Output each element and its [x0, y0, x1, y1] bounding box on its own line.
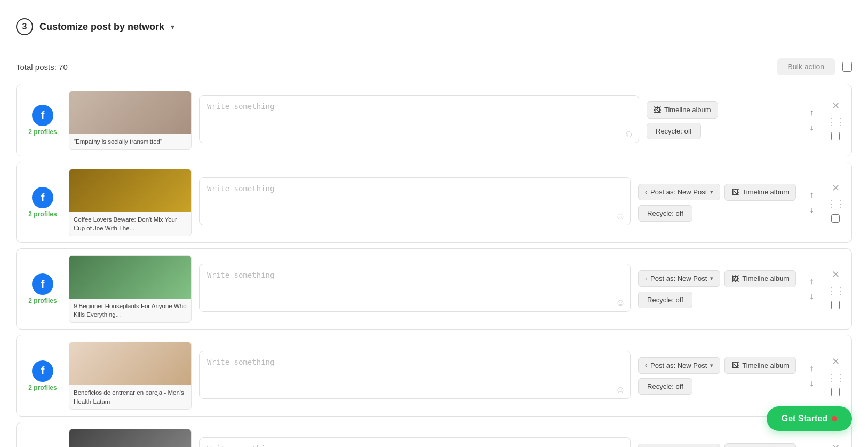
write-input[interactable]: [199, 351, 631, 399]
album-icon: 🖼: [654, 106, 661, 114]
timeline-album-button[interactable]: 🖼 Timeline album: [724, 184, 796, 201]
write-input[interactable]: [199, 177, 631, 225]
album-icon: 🖼: [731, 188, 739, 197]
options-row-bottom: Recycle: off: [647, 123, 796, 139]
drag-handle[interactable]: ⋮⋮: [827, 285, 844, 296]
post-as-label: Post as: New Post: [650, 275, 707, 283]
emoji-button[interactable]: ☺: [624, 129, 634, 140]
write-area[interactable]: ☺: [199, 351, 631, 401]
post-row: f 2 profiles "Empathy is socially transm…: [16, 84, 852, 156]
post-as-button[interactable]: ‹ Post as: New Post ▾: [638, 184, 720, 200]
post-as-button[interactable]: ‹ Post as: New Post ▾: [638, 357, 720, 374]
post-row: f 2 profiles Beneficios de entrenar en p…: [16, 335, 852, 416]
posts-list: f 2 profiles "Empathy is socially transm…: [16, 84, 852, 447]
close-button[interactable]: ✕: [832, 356, 840, 367]
row-side-actions: ✕ ⋮⋮: [827, 182, 844, 223]
move-down-button[interactable]: ↓: [808, 378, 815, 389]
profile-section: f 2 profiles: [24, 360, 61, 391]
timeline-album-button[interactable]: 🖼 Timeline album: [724, 357, 796, 374]
timeline-label: Timeline album: [742, 188, 789, 196]
close-button[interactable]: ✕: [832, 182, 840, 194]
drag-handle[interactable]: ⋮⋮: [827, 116, 844, 128]
post-as-label: Post as: New Post: [650, 188, 707, 196]
move-up-button[interactable]: ↑: [808, 189, 815, 201]
total-posts-label: Total posts: 70: [16, 62, 68, 72]
recycle-button[interactable]: Recycle: off: [638, 205, 692, 222]
write-input[interactable]: [199, 95, 639, 143]
drag-handle[interactable]: ⋮⋮: [827, 198, 844, 210]
caret-icon: ▾: [710, 275, 713, 282]
timeline-label: Timeline album: [742, 275, 789, 283]
post-as-button[interactable]: ‹ Post as: New Post ▾: [638, 444, 720, 447]
bulk-action-button[interactable]: Bulk action: [777, 58, 835, 75]
close-button[interactable]: ✕: [832, 100, 840, 112]
close-button[interactable]: ✕: [832, 269, 840, 280]
notification-dot: [832, 416, 837, 421]
move-up-button[interactable]: ↑: [808, 107, 815, 119]
article-image: [69, 169, 191, 212]
select-all-checkbox[interactable]: [842, 62, 852, 72]
facebook-icon: f: [32, 273, 53, 295]
post-as-button[interactable]: ‹ Post as: New Post ▾: [638, 270, 720, 287]
write-input[interactable]: [199, 264, 631, 312]
post-options: ‹ Post as: New Post ▾ 🖼 Timeline album R…: [638, 270, 796, 308]
customize-header: 3 Customize post by network ▾: [16, 11, 852, 46]
row-arrows: ↑ ↓: [803, 189, 819, 216]
recycle-button[interactable]: Recycle: off: [647, 123, 701, 139]
album-icon: 🖼: [731, 275, 739, 283]
article-title: Beneficios de entrenar en pareja - Men's…: [69, 385, 191, 409]
get-started-label: Get Started: [782, 414, 827, 424]
article-title: "Empathy is socially transmitted": [69, 134, 191, 149]
post-as-label: Post as: New Post: [650, 362, 707, 370]
write-area[interactable]: ☺: [199, 264, 631, 314]
article-card: Dwayne 'The Rock' Johnson Explains Why H…: [69, 429, 192, 447]
move-down-button[interactable]: ↓: [808, 122, 815, 134]
row-side-actions: ✕ ⋮⋮: [827, 100, 844, 140]
chevron-down-icon[interactable]: ▾: [171, 22, 174, 31]
drag-handle[interactable]: ⋮⋮: [827, 372, 844, 383]
article-image: [69, 342, 191, 385]
profile-section: f 2 profiles: [24, 273, 61, 304]
recycle-button[interactable]: Recycle: off: [638, 378, 692, 395]
row-side-actions: ✕ ⋮⋮: [827, 356, 844, 396]
options-row-top: ‹ Post as: New Post ▾ 🖼 Timeline album: [638, 270, 796, 287]
caret-icon: ▾: [710, 189, 713, 195]
share-icon: ‹: [645, 362, 647, 369]
row-checkbox[interactable]: [831, 214, 840, 223]
move-up-button[interactable]: ↑: [808, 363, 815, 374]
timeline-album-button[interactable]: 🖼 Timeline album: [724, 270, 796, 287]
write-area[interactable]: ☺: [199, 177, 631, 228]
options-row-bottom: Recycle: off: [638, 205, 796, 222]
options-row-bottom: Recycle: off: [638, 292, 796, 308]
row-checkbox[interactable]: [831, 301, 840, 309]
row-side-actions: ✕ ⋮⋮: [827, 269, 844, 309]
page-title: Customize post by network: [39, 21, 164, 33]
emoji-button[interactable]: ☺: [616, 385, 625, 396]
get-started-button[interactable]: Get Started: [767, 406, 852, 431]
row-checkbox[interactable]: [831, 132, 840, 140]
emoji-button[interactable]: ☺: [616, 211, 625, 222]
move-up-button[interactable]: ↑: [808, 276, 815, 287]
write-input[interactable]: [199, 437, 631, 447]
row-checkbox[interactable]: [831, 388, 840, 396]
options-row-top: ‹ Post as: New Post ▾ 🖼 Timeline album: [638, 184, 796, 201]
post-row: f 2 profiles Coffee Lovers Beware: Don't…: [16, 162, 852, 243]
write-area[interactable]: ☺: [199, 95, 639, 145]
emoji-button[interactable]: ☺: [616, 297, 625, 309]
article-image: [69, 256, 191, 299]
share-icon: ‹: [645, 189, 647, 196]
article-card: 9 Beginner Houseplants For Anyone Who Ki…: [69, 255, 192, 323]
profiles-label: 2 profiles: [28, 128, 57, 136]
article-card: "Empathy is socially transmitted": [69, 91, 192, 150]
facebook-icon: f: [32, 187, 53, 208]
recycle-button[interactable]: Recycle: off: [638, 292, 692, 308]
close-button[interactable]: ✕: [832, 442, 840, 447]
move-down-button[interactable]: ↓: [808, 204, 815, 216]
article-image: [69, 91, 191, 134]
timeline-album-button[interactable]: 🖼 Timeline album: [647, 101, 718, 119]
timeline-album-button[interactable]: 🖼 Timeline album: [724, 443, 796, 447]
move-down-button[interactable]: ↓: [808, 291, 815, 302]
write-area[interactable]: ☺: [199, 437, 631, 447]
article-title: 9 Beginner Houseplants For Anyone Who Ki…: [69, 299, 191, 322]
options-row-top: ‹ Post as: New Post ▾ 🖼 Timeline album: [638, 357, 796, 374]
